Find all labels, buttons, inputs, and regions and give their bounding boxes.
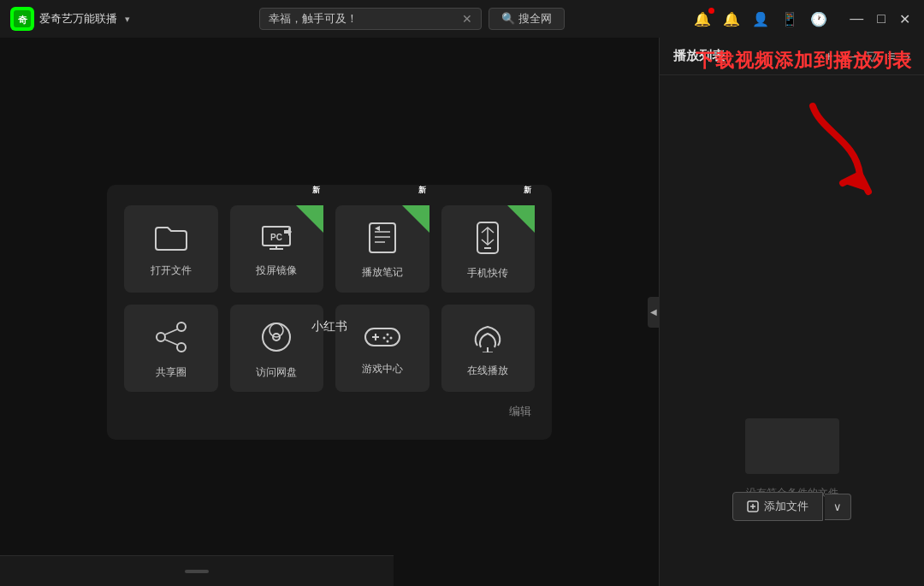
search-button[interactable]: 🔍 搜全网 (489, 8, 565, 30)
search-bar: 幸福，触手可及！ ✕ 🔍 搜全网 (130, 8, 694, 30)
menu-label-open-file: 打开文件 (151, 263, 192, 278)
sidebar-preview-box (745, 418, 839, 474)
sidebar-list-button[interactable]: ≡ (887, 49, 895, 64)
menu-item-open-file[interactable]: 打开文件 (124, 205, 218, 293)
svg-line-18 (165, 340, 177, 345)
menu-panel: 打开文件 PC 投屏镜像 (107, 185, 552, 440)
maximize-button[interactable]: □ (874, 11, 889, 27)
edit-button[interactable]: 编辑 (124, 404, 535, 419)
sidebar-more-button[interactable]: › (906, 49, 910, 64)
search-input-text: 幸福，触手可及！ (269, 11, 457, 27)
svg-point-14 (157, 333, 165, 341)
sidebar-remove-button[interactable]: — (843, 49, 856, 64)
sidebar-add-button[interactable]: + (825, 49, 832, 64)
menu-label-phone-transfer: 手机快传 (467, 266, 508, 281)
add-file-row: 添加文件 ∨ (660, 478, 924, 535)
svg-text:PC: PC (270, 233, 282, 242)
folder-icon (154, 223, 188, 257)
svg-text:奇: 奇 (18, 15, 28, 25)
share-circle-icon (154, 320, 188, 358)
sidebar-title: 播放列表 (673, 48, 825, 64)
app-logo: 奇 (10, 7, 34, 31)
add-file-button[interactable]: 添加文件 (732, 492, 823, 521)
title-bar-right: 🔔 🔔 👤 📱 🕐 — □ ✕ (694, 11, 914, 27)
svg-marker-10 (375, 226, 380, 231)
menu-item-visit-disk[interactable]: 访问网盘 (230, 305, 324, 392)
svg-rect-6 (370, 223, 395, 252)
new-badge-play-note (402, 205, 429, 233)
add-file-label: 添加文件 (764, 499, 808, 514)
play-note-icon (368, 222, 397, 258)
menu-item-phone-transfer[interactable]: 手机快传 (441, 205, 536, 293)
alert-icon[interactable]: 🔔 (723, 11, 740, 27)
sidebar-filter-button[interactable]: ▽ (867, 48, 877, 64)
menu-label-share-circle: 共享圈 (156, 365, 187, 380)
history-icon[interactable]: 🕐 (810, 11, 827, 27)
menu-label-game-center: 游戏中心 (362, 362, 403, 376)
title-bar: 奇 爱奇艺万能联播 ▾ 幸福，触手可及！ ✕ 🔍 搜全网 🔔 🔔 👤 📱 🕐 —… (0, 0, 924, 38)
visit-disk-icon (259, 320, 293, 358)
menu-item-screen-mirror[interactable]: PC 投屏镜像 (230, 205, 324, 293)
menu-item-game-center[interactable]: 游戏中心 (335, 305, 429, 392)
svg-point-25 (389, 336, 392, 339)
svg-point-26 (386, 340, 388, 342)
window-controls: — □ ✕ (846, 11, 914, 27)
svg-point-15 (177, 323, 186, 331)
user-icon[interactable]: 👤 (752, 11, 769, 27)
left-area: 打开文件 PC 投屏镜像 (0, 38, 659, 586)
add-file-dropdown-button[interactable]: ∨ (825, 494, 851, 520)
device-icon[interactable]: 📱 (781, 11, 798, 27)
bottom-bar-indicator (185, 570, 209, 573)
menu-label-play-note: 播放笔记 (362, 265, 403, 280)
menu-label-online-play: 在线播放 (467, 364, 508, 378)
svg-line-17 (165, 329, 177, 334)
svg-rect-21 (365, 329, 400, 346)
minimize-button[interactable]: — (846, 11, 867, 27)
right-sidebar: ◀ 播放列表 + — ▽ ≡ › 下载视频添加到播放列表 没有符合条件的文件 (659, 38, 924, 586)
phone-transfer-icon (476, 221, 500, 259)
title-bar-left: 奇 爱奇艺万能联播 ▾ (10, 7, 130, 31)
screen-mirror-icon: PC (259, 223, 293, 257)
app-title: 爱奇艺万能联播 (39, 11, 117, 27)
sidebar-actions: + — ▽ ≡ › (825, 48, 910, 64)
game-center-icon (364, 323, 401, 355)
menu-item-share-circle[interactable]: 共享圈 (124, 305, 218, 392)
svg-point-24 (386, 333, 388, 335)
new-badge-screen-mirror (296, 205, 323, 233)
sidebar-toggle-button[interactable]: ◀ (648, 297, 660, 328)
svg-point-16 (177, 343, 186, 352)
menu-item-online-play[interactable]: 在线播放 (441, 305, 536, 392)
notification-icon[interactable]: 🔔 (694, 11, 711, 27)
menu-item-play-note[interactable]: 播放笔记 (335, 205, 429, 293)
search-input-wrap[interactable]: 幸福，触手可及！ ✕ (259, 8, 482, 30)
search-clear-icon[interactable]: ✕ (462, 12, 472, 26)
main-layout: 打开文件 PC 投屏镜像 (0, 38, 924, 586)
online-play-icon (471, 322, 505, 357)
close-button[interactable]: ✕ (896, 11, 914, 27)
sidebar-header: 播放列表 + — ▽ ≡ › (660, 38, 924, 75)
svg-point-27 (382, 336, 385, 339)
new-badge-phone-transfer (507, 205, 535, 233)
menu-label-screen-mirror: 投屏镜像 (256, 263, 297, 278)
bottom-bar (0, 555, 394, 586)
menu-grid-row1: 打开文件 PC 投屏镜像 (124, 205, 535, 392)
menu-label-visit-disk: 访问网盘 (256, 365, 297, 380)
